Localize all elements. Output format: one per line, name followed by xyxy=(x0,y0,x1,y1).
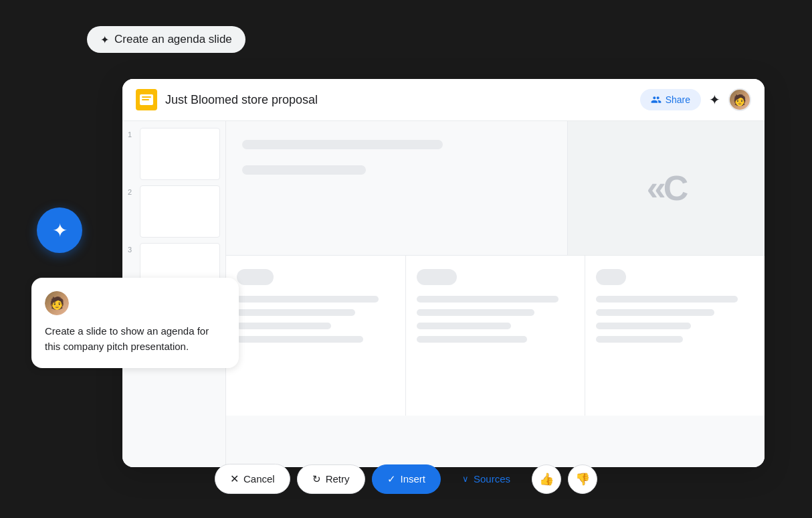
col-card-1 xyxy=(226,256,406,416)
presentation-window: Just Bloomed store proposal Share ✦ 🧑 1 xyxy=(122,79,765,467)
insert-button[interactable]: ✓ Insert xyxy=(372,464,441,494)
retry-label: Retry xyxy=(326,473,350,485)
col-card-2 xyxy=(406,256,586,416)
prompt-text: Create an agenda slide xyxy=(114,33,232,46)
share-label: Share xyxy=(666,94,690,105)
col-pill-1 xyxy=(237,269,274,285)
header-actions: Share ✦ 🧑 xyxy=(640,88,751,111)
slide-thumb-1[interactable]: 1 xyxy=(128,128,220,180)
slide-preview-1 xyxy=(140,128,220,180)
col-line-3-4 xyxy=(596,336,683,343)
slide-preview-2 xyxy=(140,185,220,238)
col-line-2-1 xyxy=(417,296,559,303)
thumbup-button[interactable]: 👍 xyxy=(532,464,561,494)
prompt-pill: ✦ Create an agenda slide xyxy=(87,26,245,53)
window-title: Just Bloomed store proposal xyxy=(165,93,632,107)
slide-thumb-2[interactable]: 2 xyxy=(128,185,220,238)
window-header: Just Bloomed store proposal Share ✦ 🧑 xyxy=(122,79,765,121)
skeleton-line-1 xyxy=(242,140,443,149)
retry-icon: ↻ xyxy=(312,473,321,485)
slide-right-panel: «C xyxy=(567,121,765,255)
message-text: Create a slide to show an agenda for thi… xyxy=(45,323,225,355)
insert-label: Insert xyxy=(401,473,426,485)
col-line-1-3 xyxy=(237,323,331,329)
kc-logo: «C xyxy=(647,168,686,208)
user-avatar: 🧑 xyxy=(45,291,69,315)
col-pill-3 xyxy=(596,269,626,285)
sparkle-icon: ✦ xyxy=(100,33,109,46)
cancel-label: Cancel xyxy=(243,473,275,485)
col-line-3-3 xyxy=(596,323,690,329)
thumbdown-icon: 👎 xyxy=(575,472,590,487)
slides-icon-inner xyxy=(140,94,153,105)
col-line-1-4 xyxy=(237,336,363,343)
slide-num-2: 2 xyxy=(128,188,136,196)
col-line-3-1 xyxy=(596,296,738,303)
thumbup-icon: 👍 xyxy=(539,472,554,487)
sources-button[interactable]: ∨ Sources xyxy=(447,465,525,493)
skeleton-line-2 xyxy=(242,165,366,175)
col-line-1-2 xyxy=(237,309,355,316)
sources-label: Sources xyxy=(474,473,510,485)
retry-button[interactable]: ↻ Retry xyxy=(297,464,365,494)
share-button[interactable]: Share xyxy=(640,89,701,110)
people-icon xyxy=(651,94,662,105)
col-line-3-2 xyxy=(596,309,714,316)
slide-num-3: 3 xyxy=(128,246,136,254)
thumbdown-button[interactable]: 👎 xyxy=(568,464,597,494)
col-card-3 xyxy=(585,256,765,416)
sources-chevron-icon: ∨ xyxy=(462,474,469,484)
chat-bubble: 🧑 Create a slide to show an agenda for t… xyxy=(31,278,239,368)
cancel-button[interactable]: ✕ Cancel xyxy=(215,464,290,494)
slide-main: «C xyxy=(226,121,765,467)
main-slide-content xyxy=(226,121,567,255)
avatar-image: 🧑 xyxy=(45,291,69,315)
col-pill-2 xyxy=(417,269,457,285)
cancel-x-icon: ✕ xyxy=(230,472,239,485)
col-line-2-4 xyxy=(417,336,527,343)
col-line-1-1 xyxy=(237,296,379,303)
slide-num-1: 1 xyxy=(128,131,136,139)
insert-check-icon: ✓ xyxy=(387,473,396,485)
top-slide-area: «C xyxy=(226,121,765,255)
ai-orb[interactable]: ✦ xyxy=(37,207,82,253)
scene: ✦ Create an agenda slide ✦ 🧑 Create a sl… xyxy=(0,0,812,518)
three-col-area xyxy=(226,255,765,416)
col-line-2-2 xyxy=(417,309,535,316)
slides-app-icon xyxy=(136,89,157,110)
header-user-avatar[interactable]: 🧑 xyxy=(728,88,751,111)
action-bar: ✕ Cancel ↻ Retry ✓ Insert ∨ Sources 👍 👎 xyxy=(215,464,597,494)
header-sparkle-icon[interactable]: ✦ xyxy=(709,92,720,108)
col-line-2-3 xyxy=(417,323,511,329)
orb-sparkle-icon: ✦ xyxy=(52,220,68,242)
